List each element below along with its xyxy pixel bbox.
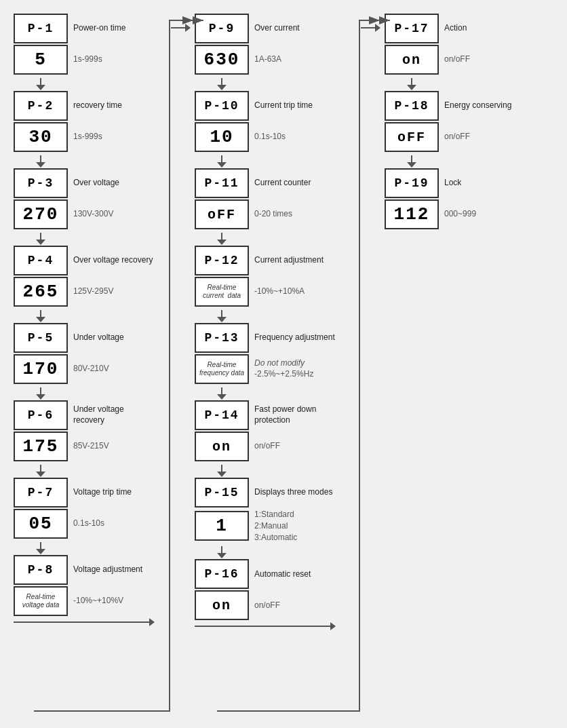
range-p4: 125V-295V xyxy=(73,286,113,297)
param-p5-box: P-5 xyxy=(14,323,68,353)
param-p12-label: Current adjustment xyxy=(254,255,324,266)
value-p19-box: 112 xyxy=(385,199,439,229)
group-p12: P-12 Current adjustment Real-timecurrent… xyxy=(195,246,324,308)
param-p5-label: Under voltage xyxy=(73,332,124,343)
value-p15-box: 1 xyxy=(195,511,249,541)
param-p19-label: Lock xyxy=(444,178,461,189)
value-p7-box: 05 xyxy=(14,509,68,539)
range-p19: 000~999 xyxy=(444,209,476,220)
param-p15-box: P-15 xyxy=(195,478,249,507)
group-p2: P-2 recovery time 30 1s-999s xyxy=(14,91,122,153)
value-p9-box: 630 xyxy=(195,45,249,75)
diagram-container: P-1 Power-on time 5 1s-999s P-2 recovery… xyxy=(7,7,560,627)
param-p3-label: Over voltage xyxy=(73,178,119,189)
range-p11: 0-20 times xyxy=(254,209,292,220)
value-p8-box: Real-timevoltage data xyxy=(14,586,68,616)
param-p14-box: P-14 xyxy=(195,400,249,430)
group-p5: P-5 Under voltage 170 80V-210V xyxy=(14,323,124,385)
range-p14: on/oFF xyxy=(254,441,280,452)
group-p13: P-13 Frequency adjustment Real-timefrequ… xyxy=(195,323,335,385)
param-p14-label: Fast power down protection xyxy=(254,404,336,425)
range-p7: 0.1s-10s xyxy=(73,518,104,529)
value-p16-box: on xyxy=(195,590,249,620)
group-p4: P-4 Over voltage recovery 265 125V-295V xyxy=(14,246,153,308)
param-p9-box: P-9 xyxy=(195,14,249,43)
param-p7-box: P-7 xyxy=(14,478,68,507)
range-p3: 130V-300V xyxy=(73,209,113,220)
column-1: P-1 Power-on time 5 1s-999s P-2 recovery… xyxy=(7,7,190,627)
value-p3-box: 270 xyxy=(14,199,68,229)
param-p16-label: Automatic reset xyxy=(254,569,311,580)
param-p11-label: Current counter xyxy=(254,178,311,189)
group-p8: P-8 Voltage adjustment Real-timevoltage … xyxy=(14,555,142,617)
param-p7-label: Voltage trip time xyxy=(73,487,132,498)
column-3: P-17 Action on on/oFF P-18 Energy conser… xyxy=(381,7,564,627)
param-p6-box: P-6 xyxy=(14,400,68,430)
param-p15-label: Displays three modes xyxy=(254,487,332,498)
group-p1: P-1 Power-on time 5 1s-999s xyxy=(14,14,125,76)
value-p10-box: 10 xyxy=(195,122,249,152)
value-p11-box: oFF xyxy=(195,199,249,229)
group-p14: P-14 Fast power down protection on on/oF… xyxy=(195,400,336,463)
param-p4-box: P-4 xyxy=(14,246,68,275)
param-p16-box: P-16 xyxy=(195,559,249,589)
param-p19-box: P-19 xyxy=(385,168,439,198)
value-p5-box: 170 xyxy=(14,354,68,384)
param-p1-label: Power-on time xyxy=(73,23,125,34)
param-p1-box: P-1 xyxy=(14,14,68,43)
value-p1-box: 5 xyxy=(14,45,68,75)
value-p17-box: on xyxy=(385,45,439,75)
column-2: P-9 Over current 630 1A-63A P-10 Current… xyxy=(191,7,374,627)
range-p6: 85V-215V xyxy=(73,441,109,452)
param-p8-box: P-8 xyxy=(14,555,68,585)
param-p11-box: P-11 xyxy=(195,168,249,198)
value-p13-box: Real-timefrequency data xyxy=(195,354,249,384)
range-p15: 1:Standard 2:Manual 3:Automatic xyxy=(254,509,297,543)
param-p2-label: recovery time xyxy=(73,100,122,111)
value-p4-box: 265 xyxy=(14,277,68,307)
range-p12: -10%~+10%A xyxy=(254,286,305,297)
value-p12-box: Real-timecurrent data xyxy=(195,277,249,307)
group-p17: P-17 Action on on/oFF xyxy=(385,14,470,76)
param-p9-label: Over current xyxy=(254,23,300,34)
group-p6: P-6 Under voltage recovery 175 85V-215V xyxy=(14,400,155,463)
param-p17-box: P-17 xyxy=(385,14,439,43)
group-p15: P-15 Displays three modes 1 1:Standard 2… xyxy=(195,478,332,544)
param-p3-box: P-3 xyxy=(14,168,68,198)
param-p13-box: P-13 xyxy=(195,323,249,353)
group-p11: P-11 Current counter oFF 0-20 times xyxy=(195,168,311,231)
range-p1: 1s-999s xyxy=(73,54,102,65)
range-p13: Do not modify -2.5%~+2.5%Hz xyxy=(254,358,313,379)
param-p4-label: Over voltage recovery xyxy=(73,255,153,266)
range-p8: -10%~+10%V xyxy=(73,596,123,607)
value-p14-box: on xyxy=(195,432,249,461)
range-p18: on/oFF xyxy=(444,132,470,142)
value-p18-box: oFF xyxy=(385,122,439,152)
param-p17-label: Action xyxy=(444,23,467,34)
param-p10-box: P-10 xyxy=(195,91,249,121)
range-p10: 0.1s-10s xyxy=(254,132,286,142)
range-p16: on/oFF xyxy=(254,600,280,611)
group-p16: P-16 Automatic reset on on/oFF xyxy=(195,559,311,621)
value-p2-box: 30 xyxy=(14,122,68,152)
param-p6-label: Under voltage recovery xyxy=(73,404,155,425)
range-p5: 80V-210V xyxy=(73,364,109,375)
group-p10: P-10 Current trip time 10 0.1s-10s xyxy=(195,91,313,153)
group-p7: P-7 Voltage trip time 05 0.1s-10s xyxy=(14,478,132,540)
group-p18: P-18 Energy conserving oFF on/oFF xyxy=(385,91,511,153)
range-p17: on/oFF xyxy=(444,54,470,65)
range-p9: 1A-63A xyxy=(254,54,281,65)
param-p2-box: P-2 xyxy=(14,91,68,121)
group-p3: P-3 Over voltage 270 130V-300V xyxy=(14,168,119,231)
param-p18-box: P-18 xyxy=(385,91,439,121)
param-p8-label: Voltage adjustment xyxy=(73,564,142,575)
group-p9: P-9 Over current 630 1A-63A xyxy=(195,14,300,76)
param-p12-box: P-12 xyxy=(195,246,249,275)
group-p19: P-19 Lock 112 000~999 xyxy=(385,168,476,231)
param-p13-label: Frequency adjustment xyxy=(254,332,335,343)
value-p6-box: 175 xyxy=(14,432,68,461)
range-p2: 1s-999s xyxy=(73,132,102,142)
param-p18-label: Energy conserving xyxy=(444,100,511,111)
param-p10-label: Current trip time xyxy=(254,100,313,111)
